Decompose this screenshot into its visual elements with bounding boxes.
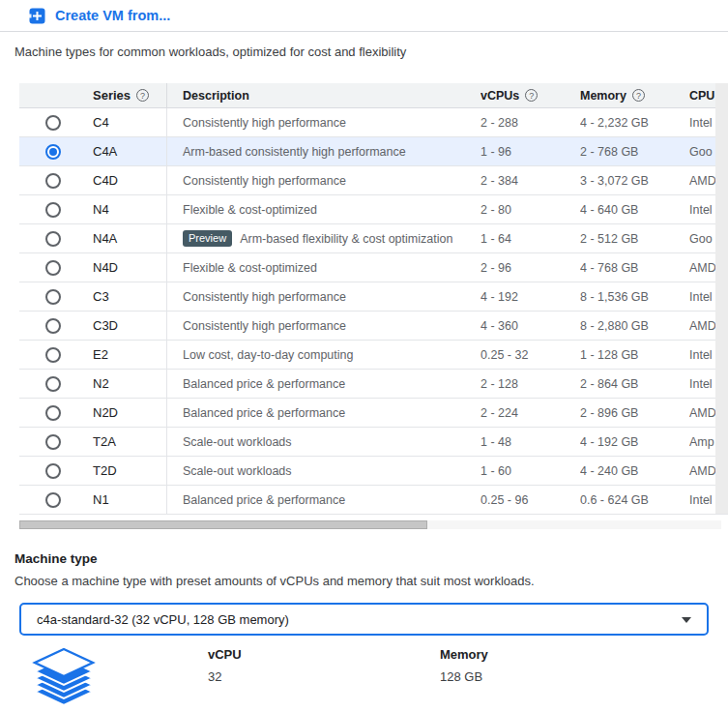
series-radio[interactable] [45, 318, 61, 334]
help-icon[interactable]: ? [525, 89, 538, 102]
series-cpu: AMD [689, 406, 715, 420]
series-header-label: Series [93, 88, 131, 103]
series-radio[interactable] [45, 376, 61, 392]
series-vcpus: 2 - 128 [480, 377, 580, 391]
scrollbar-thumb[interactable] [19, 520, 427, 529]
machine-stack-icon [31, 647, 97, 709]
series-memory: 2 - 512 GB [580, 232, 689, 246]
page-subtitle: Machine types for common workloads, opti… [15, 44, 728, 59]
series-name: C3D [87, 318, 166, 333]
create-vm-from-button[interactable]: Create VM from... [29, 8, 170, 24]
series-description: Balanced price & performance [183, 377, 345, 391]
series-name: T2A [87, 434, 166, 449]
radio-cell [19, 173, 87, 189]
table-row[interactable]: T2A Scale-out workloads 1 - 48 4 - 192 G… [19, 428, 728, 457]
table-row[interactable]: N4 Flexible & cost-optimized 2 - 80 4 - … [19, 195, 728, 224]
series-vcpus: 2 - 224 [480, 406, 580, 420]
series-memory: 4 - 2,232 GB [580, 116, 689, 130]
series-memory: 1 - 128 GB [580, 348, 689, 362]
machine-type-section: Machine type Choose a machine type with … [15, 551, 728, 709]
series-name: E2 [87, 347, 166, 362]
radio-cell [19, 289, 87, 305]
series-cpu: Intel [689, 290, 715, 304]
series-radio[interactable] [45, 492, 61, 508]
series-radio[interactable] [45, 405, 61, 421]
column-header-series: Series ? [87, 88, 166, 103]
series-memory: 2 - 768 GB [580, 145, 689, 159]
table-row[interactable]: T2D Scale-out workloads 1 - 60 4 - 240 G… [19, 457, 728, 486]
series-description-cell: Balanced price & performance [166, 370, 480, 398]
series-name: N4 [87, 202, 166, 217]
machine-type-selected-value: c4a-standard-32 (32 vCPU, 128 GB memory) [37, 612, 289, 627]
series-description: Scale-out workloads [183, 435, 292, 449]
series-radio[interactable] [45, 231, 61, 247]
table-row[interactable]: C4A Arm-based consistently high performa… [19, 137, 728, 166]
radio-cell [19, 318, 87, 334]
series-description: Consistently high performance [183, 290, 346, 304]
series-description-cell: Arm-based consistently high performance [166, 137, 480, 165]
series-radio[interactable] [45, 173, 61, 189]
machine-type-heading: Machine type [15, 551, 728, 566]
series-memory: 8 - 2,880 GB [580, 319, 689, 333]
series-vcpus: 1 - 60 [480, 464, 580, 478]
cpu-header-label: CPU [689, 89, 714, 103]
series-description: Balanced price & performance [183, 406, 345, 420]
table-row[interactable]: C3D Consistently high performance 4 - 36… [19, 312, 728, 341]
machine-type-select[interactable]: c4a-standard-32 (32 vCPU, 128 GB memory) [19, 603, 709, 636]
table-row[interactable]: N2 Balanced price & performance 2 - 128 … [19, 370, 728, 399]
series-radio[interactable] [45, 202, 61, 218]
table-header-row: Series ? Description vCPUs ? Memory ? CP… [19, 83, 728, 108]
machine-table-body: C4 Consistently high performance 2 - 288… [19, 108, 728, 515]
table-row[interactable]: N1 Balanced price & performance 0.25 - 9… [19, 486, 728, 515]
memory-header-label: Memory [580, 89, 626, 103]
radio-cell [19, 115, 87, 131]
series-description: Balanced price & performance [183, 493, 345, 507]
series-memory: 8 - 1,536 GB [580, 290, 689, 304]
series-vcpus: 2 - 80 [480, 203, 580, 217]
table-row[interactable]: C3 Consistently high performance 4 - 192… [19, 282, 728, 312]
series-cpu: Intel [689, 348, 715, 362]
memory-detail-value: 128 GB [440, 669, 488, 684]
table-right-gutter [715, 83, 728, 514]
series-cpu: Intel [689, 493, 715, 507]
help-icon[interactable]: ? [632, 89, 645, 102]
series-description-cell: Balanced price & performance [166, 486, 480, 514]
series-vcpus: 0.25 - 96 [480, 493, 580, 507]
series-radio[interactable] [45, 260, 61, 276]
series-vcpus: 0.25 - 32 [480, 348, 580, 362]
series-description-cell: Flexible & cost-optimized [166, 195, 480, 223]
table-row[interactable]: C4 Consistently high performance 2 - 288… [19, 108, 728, 137]
help-icon[interactable]: ? [136, 89, 149, 102]
series-radio[interactable] [45, 434, 61, 450]
series-memory: 2 - 896 GB [580, 406, 689, 420]
memory-detail-label: Memory [440, 647, 488, 662]
table-row[interactable]: N4A Preview Arm-based flexibility & cost… [19, 224, 728, 253]
table-row[interactable]: E2 Low cost, day-to-day computing 0.25 -… [19, 341, 728, 370]
description-header-label: Description [183, 89, 249, 103]
series-description-cell: Scale-out workloads [166, 457, 480, 485]
series-description-cell: Consistently high performance [166, 312, 480, 340]
radio-cell [19, 202, 87, 218]
series-radio[interactable] [45, 463, 61, 479]
series-name: N2D [87, 405, 166, 420]
table-row[interactable]: N2D Balanced price & performance 2 - 224… [19, 399, 728, 428]
series-vcpus: 2 - 288 [480, 116, 580, 130]
series-description-cell: Consistently high performance [166, 282, 480, 311]
series-name: C4 [87, 115, 166, 130]
table-row[interactable]: C4D Consistently high performance 2 - 38… [19, 166, 728, 195]
series-description-cell: Preview Arm-based flexibility & cost opt… [166, 224, 480, 252]
series-radio[interactable] [45, 347, 61, 363]
series-memory: 4 - 640 GB [580, 203, 689, 217]
series-cpu: Intel [689, 377, 715, 391]
table-row[interactable]: N4D Flexible & cost-optimized 2 - 96 4 -… [19, 253, 728, 282]
series-radio[interactable] [45, 115, 61, 131]
radio-cell [19, 260, 87, 276]
series-cpu: Amp [689, 435, 715, 449]
series-description-cell: Consistently high performance [166, 108, 480, 136]
series-name: N1 [87, 492, 166, 507]
series-radio[interactable] [45, 289, 61, 305]
column-header-description: Description [166, 83, 480, 107]
series-name: C4A [87, 144, 166, 159]
series-radio[interactable] [45, 144, 61, 160]
series-cpu: AMD [689, 261, 715, 275]
